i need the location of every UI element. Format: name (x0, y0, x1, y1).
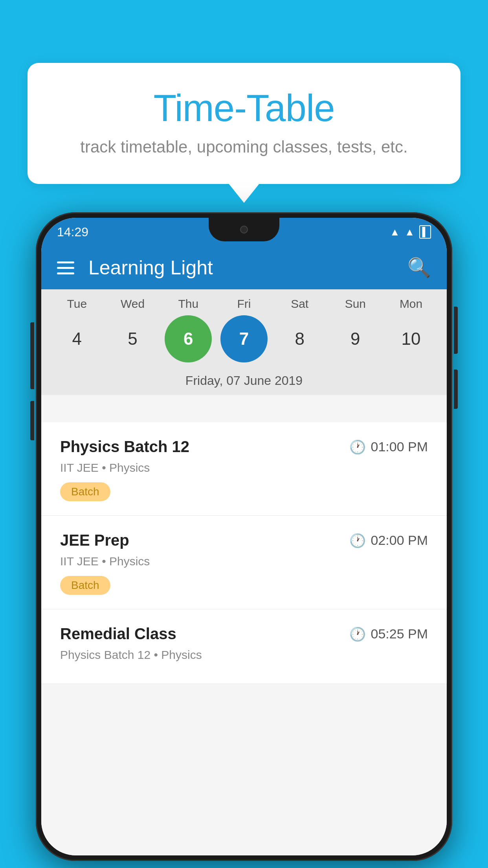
class-item-3-time: 🕐 05:25 PM (349, 626, 428, 642)
class-item-1-time: 🕐 01:00 PM (349, 439, 428, 455)
calendar-strip: Tue Wed Thu Fri Sat Sun Mon 4 5 6 7 8 9 … (41, 289, 447, 395)
class-item-3-subject: Physics Batch 12 • Physics (60, 648, 428, 662)
day-header-sat: Sat (276, 297, 323, 311)
class-item-3[interactable]: Remedial Class 🕐 05:25 PM Physics Batch … (41, 609, 447, 684)
day-header-fri: Fri (220, 297, 268, 311)
class-item-2-name: JEE Prep (60, 531, 129, 549)
phone-screen: 14:29 ▲ ▲ ▌ Learning Light 🔍 (41, 218, 447, 855)
day-header-tue: Tue (53, 297, 101, 311)
app-bar: Learning Light 🔍 (41, 246, 447, 289)
class-item-2-badge: Batch (60, 576, 110, 595)
day-header-thu: Thu (165, 297, 212, 311)
tooltip-subtitle: track timetable, upcoming classes, tests… (51, 138, 437, 156)
class-item-1-badge: Batch (60, 482, 110, 501)
search-icon[interactable]: 🔍 (407, 257, 431, 279)
phone-mockup: 14:29 ▲ ▲ ▌ Learning Light 🔍 (36, 212, 452, 861)
class-item-3-name: Remedial Class (60, 625, 176, 643)
day-10[interactable]: 10 (387, 315, 435, 362)
class-item-2-time-value: 02:00 PM (371, 533, 428, 548)
app-title: Learning Light (88, 256, 407, 279)
clock-icon-3: 🕐 (349, 626, 366, 642)
day-9[interactable]: 9 (332, 315, 379, 362)
class-item-2-header: JEE Prep 🕐 02:00 PM (60, 531, 428, 549)
class-item-2[interactable]: JEE Prep 🕐 02:00 PM IIT JEE • Physics Ba… (41, 516, 447, 609)
class-item-3-header: Remedial Class 🕐 05:25 PM (60, 625, 428, 643)
day-4[interactable]: 4 (53, 315, 101, 362)
day-6-today[interactable]: 6 (165, 315, 212, 362)
class-item-3-time-value: 05:25 PM (371, 626, 428, 642)
clock-icon-2: 🕐 (349, 533, 366, 548)
class-item-1-name: Physics Batch 12 (60, 438, 189, 456)
day-header-sun: Sun (332, 297, 379, 311)
hamburger-menu-icon[interactable] (57, 261, 74, 274)
status-time: 14:29 (57, 225, 88, 239)
day-header-wed: Wed (109, 297, 156, 311)
notch (209, 218, 279, 241)
day-5[interactable]: 5 (109, 315, 156, 362)
class-item-1-header: Physics Batch 12 🕐 01:00 PM (60, 438, 428, 456)
camera (240, 226, 248, 234)
class-item-1[interactable]: Physics Batch 12 🕐 01:00 PM IIT JEE • Ph… (41, 422, 447, 516)
selected-date-label: Friday, 07 June 2019 (41, 370, 447, 395)
phone-frame: 14:29 ▲ ▲ ▌ Learning Light 🔍 (36, 212, 452, 861)
class-item-1-subject: IIT JEE • Physics (60, 461, 428, 474)
tooltip-title: Time-Table (51, 86, 437, 130)
tooltip-card: Time-Table track timetable, upcoming cla… (28, 63, 460, 184)
signal-icon: ▲ (405, 226, 415, 238)
day-numbers: 4 5 6 7 8 9 10 (41, 315, 447, 370)
class-item-2-time: 🕐 02:00 PM (349, 533, 428, 548)
day-headers: Tue Wed Thu Fri Sat Sun Mon (41, 297, 447, 315)
battery-icon: ▌ (419, 225, 431, 239)
class-item-2-subject: IIT JEE • Physics (60, 555, 428, 568)
class-item-1-time-value: 01:00 PM (371, 439, 428, 454)
clock-icon-1: 🕐 (349, 439, 366, 455)
day-8[interactable]: 8 (276, 315, 323, 362)
wifi-icon: ▲ (390, 226, 400, 238)
class-list: Physics Batch 12 🕐 01:00 PM IIT JEE • Ph… (41, 422, 447, 855)
day-7-selected[interactable]: 7 (220, 315, 268, 362)
status-icons: ▲ ▲ ▌ (390, 225, 431, 239)
day-header-mon: Mon (387, 297, 435, 311)
